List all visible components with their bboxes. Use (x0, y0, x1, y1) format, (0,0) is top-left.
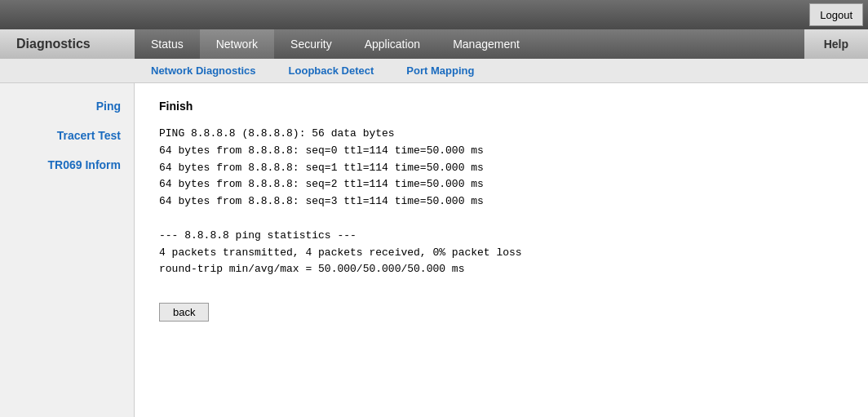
ping-line: 64 bytes from 8.8.8.8: seq=3 ttl=114 tim… (159, 193, 844, 211)
sidebar: Ping Tracert Test TR069 Inform (0, 83, 135, 417)
ping-line: round-trip min/avg/max = 50.000/50.000/5… (159, 261, 844, 278)
sidebar-item-tr069[interactable]: TR069 Inform (0, 150, 134, 180)
nav-item-status[interactable]: Status (135, 29, 200, 59)
nav-item-management[interactable]: Management (436, 29, 536, 59)
ping-output: PING 8.8.8.8 (8.8.8.8): 56 data bytes64 … (159, 126, 844, 278)
nav-item-network[interactable]: Network (200, 29, 274, 59)
content-area: Finish PING 8.8.8.8 (8.8.8.8): 56 data b… (135, 83, 868, 417)
sub-nav: Network Diagnostics Loopback Detect Port… (0, 59, 868, 83)
ping-line: PING 8.8.8.8 (8.8.8.8): 56 data bytes (159, 126, 844, 143)
back-button[interactable]: back (159, 303, 209, 322)
nav-item-application[interactable]: Application (348, 29, 437, 59)
subnav-loopback-detect[interactable]: Loopback Detect (272, 59, 391, 82)
logout-button[interactable]: Logout (809, 3, 863, 26)
top-bar: Logout (0, 0, 868, 29)
subnav-port-mapping[interactable]: Port Mapping (390, 59, 490, 82)
subnav-network-diagnostics[interactable]: Network Diagnostics (135, 59, 272, 82)
sidebar-item-ping[interactable]: Ping (0, 91, 134, 121)
nav-item-security[interactable]: Security (274, 29, 348, 59)
main-nav: Diagnostics Status Network Security Appl… (0, 29, 868, 59)
ping-line: 4 packets transmitted, 4 packets receive… (159, 245, 844, 262)
main-layout: Ping Tracert Test TR069 Inform Finish PI… (0, 83, 868, 417)
ping-line: --- 8.8.8.8 ping statistics --- (159, 228, 844, 245)
ping-line: 64 bytes from 8.8.8.8: seq=1 ttl=114 tim… (159, 160, 844, 177)
help-button[interactable]: Help (804, 29, 868, 59)
brand-title: Diagnostics (0, 29, 135, 59)
ping-line: 64 bytes from 8.8.8.8: seq=2 ttl=114 tim… (159, 176, 844, 193)
finish-title: Finish (159, 100, 844, 113)
ping-line: 64 bytes from 8.8.8.8: seq=0 ttl=114 tim… (159, 143, 844, 160)
sidebar-item-tracert[interactable]: Tracert Test (0, 121, 134, 150)
